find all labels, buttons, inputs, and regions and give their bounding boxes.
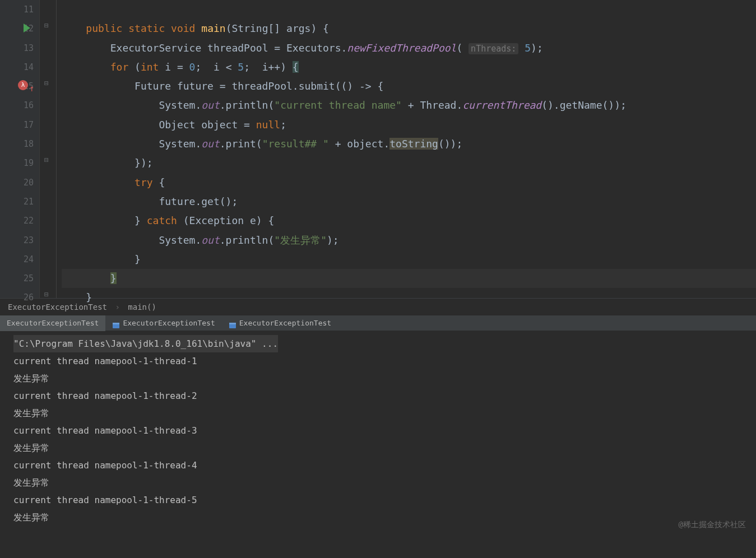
- code-line[interactable]: } catch (Exception e) {: [62, 211, 756, 230]
- code-line[interactable]: System.out.println("current thread name"…: [62, 96, 756, 115]
- line-number[interactable]: 11: [0, 0, 34, 19]
- console-line[interactable]: 发生异常: [13, 509, 748, 526]
- code-line[interactable]: }: [62, 250, 756, 269]
- line-number[interactable]: 13: [0, 39, 34, 58]
- line-number[interactable]: 22: [0, 211, 34, 230]
- console-line[interactable]: 发生异常: [13, 439, 748, 457]
- line-number[interactable]: 26: [0, 288, 34, 307]
- code-editor[interactable]: 11 12 13 14 15λ↑ 16 17 18 19 20 21 22 23…: [0, 0, 756, 298]
- svg-rect-3: [229, 323, 236, 324]
- run-tool-tabs: ExecutorExceptionTest ExecutorExceptionT…: [0, 315, 756, 331]
- run-icon[interactable]: [24, 24, 30, 32]
- fold-toggle-icon[interactable]: ⊟: [44, 79, 49, 87]
- line-gutter[interactable]: 11 12 13 14 15λ↑ 16 17 18 19 20 21 22 23…: [0, 0, 39, 298]
- line-number[interactable]: 25: [0, 269, 34, 288]
- fold-toggle-icon[interactable]: ⊟: [44, 156, 49, 164]
- code-line[interactable]: ExecutorService threadPool = Executors.n…: [62, 39, 756, 58]
- console-line[interactable]: 发生异常: [13, 370, 748, 387]
- code-line[interactable]: for (int i = 0; i < 5; i++) {: [62, 58, 756, 77]
- code-content[interactable]: public static void main(String[] args) {…: [56, 0, 756, 298]
- run-config-tab[interactable]: ExecutorExceptionTest: [105, 315, 221, 331]
- console-line[interactable]: current thread namepool-1-thread-5: [13, 491, 748, 509]
- indent-guide: [56, 0, 57, 298]
- code-line[interactable]: [62, 0, 756, 19]
- console-line[interactable]: current thread namepool-1-thread-2: [13, 387, 748, 404]
- fold-column[interactable]: ⊟ ⊟ ⊟ ⊟: [39, 0, 56, 298]
- line-number[interactable]: 21: [0, 192, 34, 211]
- line-number[interactable]: 24: [0, 250, 34, 269]
- svg-rect-1: [113, 323, 119, 324]
- run-config-tab[interactable]: ExecutorExceptionTest: [222, 315, 338, 331]
- code-line[interactable]: }: [62, 269, 756, 288]
- code-line[interactable]: future.get();: [62, 192, 756, 211]
- line-number[interactable]: 18: [0, 134, 34, 154]
- code-line[interactable]: });: [62, 154, 756, 173]
- code-line[interactable]: Object object = null;: [62, 115, 756, 134]
- code-line[interactable]: public static void main(String[] args) {: [62, 19, 756, 38]
- line-number[interactable]: 15λ↑: [0, 77, 34, 96]
- line-number[interactable]: 20: [0, 173, 34, 192]
- code-line[interactable]: try {: [62, 173, 756, 192]
- console-line[interactable]: "C:\Program Files\Java\jdk1.8.0_161\bin\…: [13, 335, 278, 352]
- console-line[interactable]: current thread namepool-1-thread-3: [13, 422, 748, 439]
- line-number[interactable]: 19: [0, 154, 34, 173]
- line-number[interactable]: 12: [0, 19, 34, 38]
- fold-toggle-icon[interactable]: ⊟: [44, 290, 49, 299]
- code-line[interactable]: System.out.print("result## " + object.to…: [62, 134, 756, 154]
- fold-toggle-icon[interactable]: ⊟: [44, 21, 49, 30]
- code-line[interactable]: System.out.println("发生异常");: [62, 231, 756, 250]
- line-number[interactable]: 14: [0, 58, 34, 77]
- application-icon: [229, 319, 236, 327]
- line-number[interactable]: 23: [0, 231, 34, 250]
- line-number[interactable]: 17: [0, 115, 34, 134]
- application-icon: [112, 319, 120, 327]
- watermark: @稀土掘金技术社区: [679, 520, 746, 530]
- console-line[interactable]: 发生异常: [13, 474, 748, 491]
- console-line[interactable]: current thread namepool-1-thread-1: [13, 352, 748, 370]
- code-line[interactable]: Future future = threadPool.submit(() -> …: [62, 77, 756, 96]
- run-config-tab[interactable]: ExecutorExceptionTest: [0, 315, 105, 331]
- code-line[interactable]: }: [62, 288, 756, 307]
- console-output[interactable]: "C:\Program Files\Java\jdk1.8.0_161\bin\…: [0, 331, 756, 558]
- console-line[interactable]: 发生异常: [13, 404, 748, 422]
- arrow-up-icon: ↑: [29, 79, 35, 98]
- line-number[interactable]: 16: [0, 96, 34, 115]
- console-line[interactable]: current thread namepool-1-thread-4: [13, 457, 748, 474]
- param-hint: nThreads:: [469, 43, 518, 54]
